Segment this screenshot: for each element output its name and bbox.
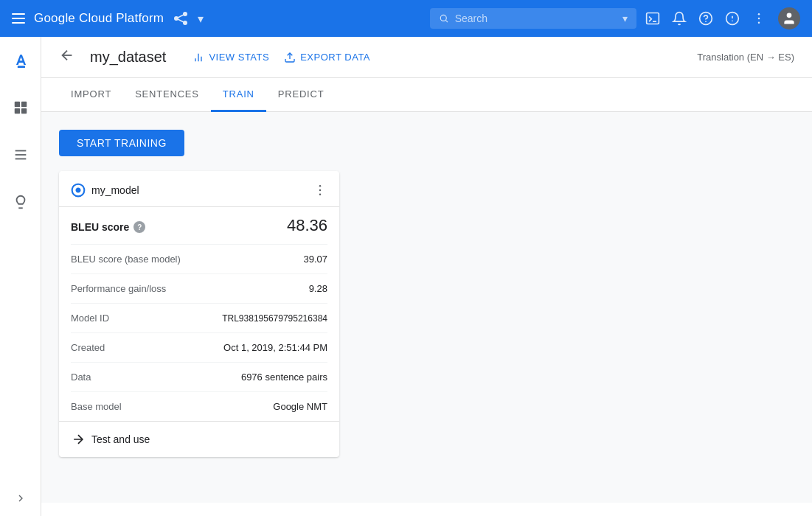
tab-import[interactable]: IMPORT xyxy=(59,78,123,112)
svg-point-16 xyxy=(758,22,760,24)
model-status-icon xyxy=(71,183,86,198)
search-icon xyxy=(439,13,449,24)
model-name: my_model xyxy=(91,184,139,196)
bleu-help-icon[interactable]: ? xyxy=(133,221,145,233)
translation-label: Translation (EN → ES) xyxy=(697,52,794,63)
model-card: my_model BLEU score ? xyxy=(59,171,339,457)
perf-gain-label: Performance gain/loss xyxy=(71,283,166,294)
terminal-icon[interactable] xyxy=(645,11,660,26)
export-data-label: EXPORT DATA xyxy=(300,52,370,63)
search-bar[interactable]: ▾ xyxy=(430,8,636,29)
connected-dots-icon xyxy=(173,10,189,27)
arrow-right-icon xyxy=(71,432,86,447)
header-bar: my_dataset VIEW STATS EX xyxy=(41,37,812,78)
sidebar-item-lightbulb[interactable] xyxy=(6,187,35,217)
chart-icon xyxy=(192,52,204,63)
back-arrow-icon xyxy=(59,47,75,63)
tab-sentences[interactable]: SENTENCES xyxy=(123,78,211,112)
sidebar-item-dashboard[interactable] xyxy=(6,93,35,122)
sidebar: A̲ xyxy=(0,37,41,516)
svg-rect-20 xyxy=(14,108,19,114)
test-and-use-footer[interactable]: Test and use xyxy=(59,421,339,457)
bleu-base-value: 39.07 xyxy=(303,254,327,265)
svg-point-15 xyxy=(758,18,760,20)
dropdown-arrow-icon[interactable]: ▾ xyxy=(198,12,204,26)
data-row: Data 6976 sentence pairs xyxy=(71,363,327,392)
nav-left: Google Cloud Platform ▾ xyxy=(12,10,421,27)
svg-rect-7 xyxy=(647,13,659,24)
svg-point-34 xyxy=(319,194,322,196)
expand-icon xyxy=(15,492,27,504)
model-id-row: Model ID TRL9381956797952163​84 xyxy=(71,304,327,333)
back-button[interactable] xyxy=(59,47,75,67)
lightbulb-icon xyxy=(13,194,29,210)
svg-point-14 xyxy=(758,13,760,15)
test-use-label: Test and use xyxy=(91,433,150,445)
view-stats-link[interactable]: VIEW STATS xyxy=(192,52,269,63)
svg-point-17 xyxy=(787,13,792,18)
sidebar-item-translate[interactable]: A̲ xyxy=(6,46,35,75)
svg-rect-21 xyxy=(21,108,26,114)
nav-right xyxy=(645,7,800,29)
bell-icon[interactable] xyxy=(672,11,687,26)
svg-point-31 xyxy=(77,189,80,192)
user-avatar[interactable] xyxy=(778,7,800,29)
app-logo: Google Cloud Platform xyxy=(34,11,164,26)
model-card-header: my_model xyxy=(59,171,339,207)
translate-icon: A̲ xyxy=(16,52,25,69)
model-id-value: TRL9381956797952163​84 xyxy=(222,313,327,324)
page-title: my_dataset xyxy=(90,49,166,66)
hamburger-menu[interactable] xyxy=(12,13,25,24)
bleu-score-row: BLEU score ? 48.36 xyxy=(71,207,327,245)
perf-gain-value: 9.28 xyxy=(309,283,327,294)
export-data-link[interactable]: EXPORT DATA xyxy=(284,52,370,63)
data-label: Data xyxy=(71,372,91,383)
model-id-label: Model ID xyxy=(71,313,109,324)
created-value: Oct 1, 2019, 2:51:44 PM xyxy=(223,342,327,353)
bleu-score-label: BLEU score ? xyxy=(71,221,145,233)
list-icon xyxy=(13,147,29,163)
more-vert-icon[interactable] xyxy=(752,11,766,26)
model-details: BLEU score ? 48.36 BLEU score (base mode… xyxy=(59,207,339,421)
content-area: my_dataset VIEW STATS EX xyxy=(41,37,812,516)
bleu-base-label: BLEU score (base model) xyxy=(71,254,181,265)
data-value: 6976 sentence pairs xyxy=(241,372,327,383)
perf-gain-row: Performance gain/loss 9.28 xyxy=(71,274,327,304)
svg-rect-18 xyxy=(14,102,19,107)
svg-line-3 xyxy=(176,14,185,18)
model-name-row: my_model xyxy=(71,183,139,198)
svg-point-5 xyxy=(440,15,446,21)
tab-train[interactable]: TRAIN xyxy=(211,78,266,112)
start-training-button[interactable]: START TRAINING xyxy=(59,130,184,156)
search-dropdown-arrow[interactable]: ▾ xyxy=(622,13,628,24)
base-model-value: Google NMT xyxy=(273,401,327,412)
tab-predict[interactable]: PREDICT xyxy=(266,78,336,112)
warning-icon[interactable] xyxy=(725,11,740,26)
base-model-row: Base model Google NMT xyxy=(71,392,327,421)
created-label: Created xyxy=(71,342,105,353)
tabs-bar: IMPORT SENTENCES TRAIN PREDICT xyxy=(41,78,812,112)
base-model-label: Base model xyxy=(71,401,122,412)
svg-rect-19 xyxy=(21,102,26,107)
upload-icon xyxy=(284,52,296,63)
header-actions: VIEW STATS EXPORT DATA xyxy=(192,52,370,63)
model-more-icon[interactable] xyxy=(313,183,327,198)
top-navigation: Google Cloud Platform ▾ ▾ xyxy=(0,0,812,37)
svg-line-4 xyxy=(176,18,185,23)
dashboard-icon xyxy=(13,100,29,116)
svg-point-32 xyxy=(319,185,322,187)
help-icon[interactable] xyxy=(698,11,713,26)
search-input[interactable] xyxy=(455,13,617,24)
svg-point-33 xyxy=(319,189,322,192)
view-stats-label: VIEW STATS xyxy=(209,52,269,63)
bleu-base-row: BLEU score (base model) 39.07 xyxy=(71,245,327,274)
body-content: START TRAINING my_model xyxy=(41,112,812,503)
bleu-score-value: 48.36 xyxy=(287,216,327,235)
created-row: Created Oct 1, 2019, 2:51:44 PM xyxy=(71,333,327,363)
sidebar-item-list[interactable] xyxy=(6,140,35,170)
main-layout: A̲ xyxy=(0,37,812,516)
sidebar-expand-button[interactable] xyxy=(0,492,41,504)
svg-line-6 xyxy=(446,21,448,22)
app-title: Google Cloud Platform xyxy=(34,11,164,26)
